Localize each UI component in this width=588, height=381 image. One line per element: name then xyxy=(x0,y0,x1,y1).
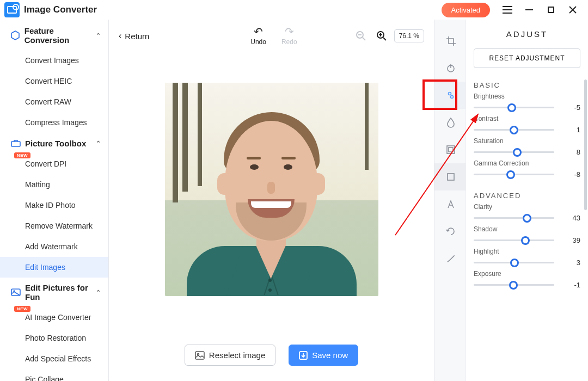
sidebar-item-matting[interactable]: Matting xyxy=(0,174,108,195)
svg-line-15 xyxy=(383,38,386,40)
image-icon xyxy=(195,351,205,360)
slider-value: -1 xyxy=(560,281,580,289)
panel-scrollbar[interactable] xyxy=(584,79,587,210)
sidebar-item-compress-images[interactable]: Compress Images xyxy=(0,112,108,133)
slider-thumb[interactable] xyxy=(510,126,518,134)
title-bar: Image Converter Activated xyxy=(0,0,588,20)
save-now-button[interactable]: Save now xyxy=(289,345,358,366)
return-button[interactable]: ‹Return xyxy=(119,31,149,41)
rail-power-icon[interactable] xyxy=(434,54,465,82)
sidebar-item-remove-watermark[interactable]: Remove Watermark xyxy=(0,216,108,236)
sidebar-item-add-special-effects[interactable]: Add Special Effects xyxy=(0,348,108,369)
slider-contrast: Contrast1 xyxy=(474,115,580,134)
minimize-button[interactable] xyxy=(518,1,540,19)
slider-label: Brightness xyxy=(474,93,580,100)
new-badge: NEW xyxy=(14,152,30,158)
slider-label: Clarity xyxy=(474,203,580,211)
slider-track[interactable] xyxy=(474,239,554,241)
slider-track[interactable] xyxy=(474,284,554,286)
slider-track[interactable] xyxy=(474,174,554,175)
slider-value: 43 xyxy=(560,214,580,222)
reselect-label: Reselect image xyxy=(209,351,265,360)
group-label: Feature Conversion xyxy=(24,26,96,45)
slider-track[interactable] xyxy=(474,129,554,131)
app-logo-icon xyxy=(4,2,20,17)
slider-gamma-correction: Gamma Correction-8 xyxy=(474,159,580,179)
chevron-up-icon: ⌃ xyxy=(96,32,101,39)
close-button[interactable] xyxy=(562,1,584,19)
maximize-button[interactable] xyxy=(540,1,562,19)
slider-value: 39 xyxy=(560,236,580,244)
sidebar-item-convert-dpi[interactable]: Convert DPINEW xyxy=(0,153,108,174)
svg-point-19 xyxy=(197,353,199,355)
section-basic: BASIC xyxy=(474,81,580,89)
slider-track[interactable] xyxy=(474,262,554,263)
sidebar-item-edit-images[interactable]: Edit Images xyxy=(0,257,108,278)
group-icon xyxy=(11,287,21,297)
sidebar-item-photo-restoration[interactable]: Photo Restoration xyxy=(0,328,108,348)
slider-track[interactable] xyxy=(474,107,554,108)
slider-label: Contrast xyxy=(474,115,580,122)
slider-thumb[interactable] xyxy=(521,236,530,245)
slider-track[interactable] xyxy=(474,151,554,153)
slider-thumb[interactable] xyxy=(510,259,519,267)
slider-thumb[interactable] xyxy=(509,281,518,290)
slider-value: -5 xyxy=(560,103,580,112)
slider-value: -8 xyxy=(560,170,580,179)
bottom-buttons: Reselect image Save now xyxy=(109,345,434,381)
activated-badge[interactable]: Activated xyxy=(442,3,490,17)
svg-line-21 xyxy=(395,114,478,235)
canvas-area: ‹Return ↶Undo ↷Redo 76.1 % xyxy=(109,20,434,381)
slider-label: Shadow xyxy=(474,225,580,233)
tool-rail xyxy=(434,20,466,381)
photo[interactable] xyxy=(165,83,378,296)
sidebar-group-edit-pictures-for-fun[interactable]: Edit Pictures for Fun⌃ xyxy=(0,278,108,307)
slider-track[interactable] xyxy=(474,217,554,219)
image-preview xyxy=(109,52,434,345)
rail-crop-icon[interactable] xyxy=(434,27,465,54)
slider-brightness: Brightness-5 xyxy=(474,93,580,112)
sidebar-group-picture-toolbox[interactable]: Picture Toolbox⌃ xyxy=(0,133,108,153)
svg-line-12 xyxy=(363,38,365,40)
zoom-out-button xyxy=(353,28,369,44)
reselect-image-button[interactable]: Reselect image xyxy=(185,345,275,366)
svg-rect-8 xyxy=(11,142,20,146)
sidebar: Feature Conversion⌃Convert ImagesConvert… xyxy=(0,20,109,381)
reset-adjustment-button[interactable]: RESET ADJUSTMENT xyxy=(474,48,580,68)
section-advanced: ADVANCED xyxy=(474,192,580,200)
undo-button[interactable]: ↶Undo xyxy=(250,26,266,46)
sidebar-item-add-watermark[interactable]: Add Watermark xyxy=(0,236,108,257)
adjust-panel: ADJUST RESET ADJUSTMENT BASICBrightness-… xyxy=(466,20,588,381)
slider-value: 3 xyxy=(560,259,580,267)
chevron-up-icon: ⌃ xyxy=(96,140,101,147)
hamburger-menu-icon[interactable] xyxy=(497,1,518,19)
redo-label: Redo xyxy=(281,38,297,46)
slider-highlight: Highlight3 xyxy=(474,248,580,267)
rail-brush-icon[interactable] xyxy=(434,245,465,272)
slider-shadow: Shadow39 xyxy=(474,225,580,244)
zoom-in-button[interactable] xyxy=(373,28,390,44)
slider-thumb[interactable] xyxy=(513,148,522,157)
slider-thumb[interactable] xyxy=(523,214,531,223)
slider-clarity: Clarity43 xyxy=(474,203,580,222)
group-icon xyxy=(11,30,20,40)
slider-exposure: Exposure-1 xyxy=(474,270,580,289)
sidebar-item-make-id-photo[interactable]: Make ID Photo xyxy=(0,195,108,216)
slider-thumb[interactable] xyxy=(506,170,515,179)
sidebar-item-convert-heic[interactable]: Convert HEIC xyxy=(0,71,108,91)
svg-marker-7 xyxy=(11,31,19,40)
slider-label: Exposure xyxy=(474,270,580,278)
new-badge: NEW xyxy=(14,306,30,312)
sidebar-item-ai-image-converter[interactable]: AI Image ConverterNEW xyxy=(0,307,108,328)
zoom-value[interactable]: 76.1 % xyxy=(394,29,424,42)
svg-rect-18 xyxy=(195,352,204,359)
group-label: Picture Toolbox xyxy=(25,139,86,148)
sidebar-item-convert-images[interactable]: Convert Images xyxy=(0,50,108,71)
sidebar-item-convert-raw[interactable]: Convert RAW xyxy=(0,91,108,112)
group-label: Edit Pictures for Fun xyxy=(25,283,96,302)
slider-value: 1 xyxy=(560,126,580,134)
sidebar-item-pic-collage[interactable]: Pic Collage xyxy=(0,369,108,381)
sidebar-group-feature-conversion[interactable]: Feature Conversion⌃ xyxy=(0,21,108,50)
slider-thumb[interactable] xyxy=(507,103,516,112)
app-title: Image Converter xyxy=(24,4,97,15)
